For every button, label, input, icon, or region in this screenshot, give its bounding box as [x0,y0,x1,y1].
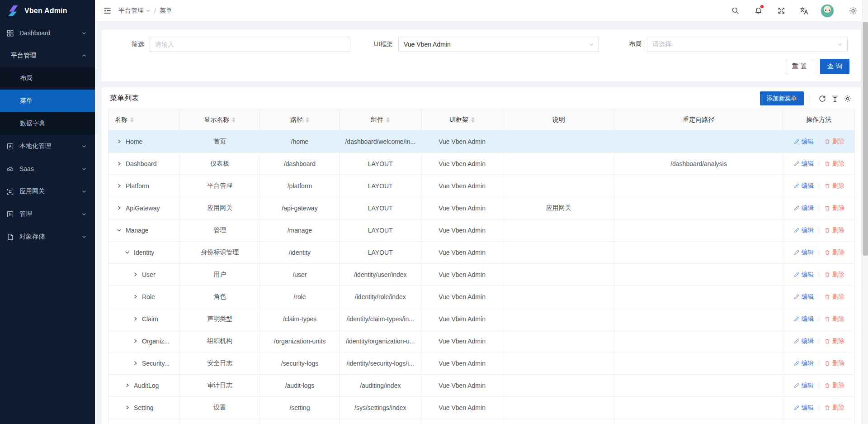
delete-button[interactable]: 删除 [824,248,844,257]
sidebar-item-api-gateway[interactable]: 应用网关 [0,180,95,203]
cell-name: ApiGateway [126,205,160,212]
sidebar-item-layout[interactable]: 布局 [0,67,95,90]
sort-icon[interactable] [130,117,134,123]
notification-bell-icon[interactable] [751,4,765,18]
sidebar-item-management[interactable]: 管理 [0,203,95,225]
cell-name: Role [142,293,155,300]
menu-table: 名称 显示名称 路径 组件 UI框架 说明 重定向路径 操作方法 Home 首页… [108,109,855,424]
delete-button[interactable]: 删除 [824,138,844,146]
tree-expand-icon[interactable] [117,205,122,211]
sidebar-item-platform-management[interactable]: 平台管理 [0,44,95,67]
cell-ui-framework: Vue Vben Admin [421,153,503,175]
edit-button[interactable]: 编辑 [793,315,814,323]
sort-icon[interactable] [471,117,475,123]
table-row: Manage 管理 /manage LAYOUT Vue Vben Admin … [108,219,855,242]
search-button[interactable]: 查询 [820,59,849,74]
breadcrumb-parent[interactable]: 平台管理 [118,7,151,15]
tree-expand-icon[interactable] [117,139,122,144]
delete-button[interactable]: 删除 [824,359,844,367]
delete-button[interactable]: 删除 [824,226,844,234]
edit-button[interactable]: 编辑 [793,204,814,212]
sort-icon[interactable] [232,117,236,123]
edit-button[interactable]: 编辑 [793,381,814,390]
column-settings-gear-icon[interactable] [841,93,854,105]
cell-name: AuditLog [134,382,159,389]
tree-expand-icon[interactable] [125,405,130,410]
edit-button[interactable]: 编辑 [793,293,814,301]
sort-icon[interactable] [306,117,309,123]
layout-select[interactable]: 请选择 [647,37,848,52]
delete-button[interactable]: 删除 [824,315,844,323]
reset-button[interactable]: 重置 [785,59,814,74]
delete-button[interactable]: 删除 [824,204,844,212]
delete-button[interactable]: 删除 [824,271,844,279]
filter-keyword-field [150,37,350,52]
delete-button[interactable]: 删除 [824,182,844,190]
delete-button[interactable]: 删除 [824,293,844,301]
column-header-component[interactable]: 组件 [340,109,421,131]
delete-button[interactable]: 删除 [824,337,844,345]
chevron-down-icon [81,211,87,217]
cell-ui-framework: Vue Vben Admin [421,353,503,375]
edit-button[interactable]: 编辑 [793,160,814,168]
edit-button[interactable]: 编辑 [793,138,814,146]
cell-description [503,153,614,175]
cell-description [503,175,614,197]
pencil-icon [793,272,800,278]
add-menu-button[interactable]: 添加新菜单 [760,91,804,105]
tree-expand-icon[interactable] [133,361,138,366]
cell-component: /identity/claim-types/in... [340,308,421,330]
page-scrollbar-thumb[interactable] [863,22,868,256]
tree-expand-icon[interactable] [133,294,138,300]
tree-expand-icon[interactable] [125,250,130,255]
action-divider [819,227,819,233]
tree-expand-icon[interactable] [133,338,138,344]
translate-icon[interactable] [797,4,811,18]
sidebar-item-saas[interactable]: Saas [0,157,95,180]
delete-button[interactable]: 删除 [824,404,844,412]
refresh-icon[interactable] [816,93,829,105]
search-icon[interactable] [728,4,742,18]
tree-expand-icon[interactable] [125,383,130,388]
edit-button[interactable]: 编辑 [793,359,814,367]
delete-button[interactable]: 删除 [824,381,844,390]
menu-fold-icon[interactable] [100,4,114,18]
sidebar-menu: Dashboard 平台管理 布局 菜单 数据字典 本地化管理 [0,22,95,248]
action-divider [819,249,819,256]
delete-button[interactable]: 删除 [824,160,844,168]
ui-framework-select[interactable]: Vue Vben Admin [398,37,599,52]
tree-expand-icon[interactable] [117,183,122,189]
edit-button[interactable]: 编辑 [793,337,814,345]
pencil-icon [793,161,800,167]
cell-component: /identity/role/index [340,286,421,308]
app-logo[interactable]: Vben Admin [0,0,95,22]
sidebar-item-data-dictionary[interactable]: 数据字典 [0,112,95,135]
edit-button[interactable]: 编辑 [793,404,814,412]
tree-expand-icon[interactable] [133,272,138,277]
fullscreen-icon[interactable] [774,4,788,18]
edit-button[interactable]: 编辑 [793,226,814,234]
sidebar-item-localization[interactable]: 本地化管理 [0,135,95,157]
settings-gear-icon[interactable] [846,4,860,18]
column-header-name[interactable]: 名称 [108,109,180,131]
cell-name: Organiz... [142,338,170,345]
tree-expand-icon[interactable] [133,316,138,322]
sidebar-item-dashboard[interactable]: Dashboard [0,22,95,44]
row-height-icon[interactable] [829,93,841,105]
edit-button[interactable]: 编辑 [793,248,814,257]
sort-icon[interactable] [386,117,390,123]
column-header-path[interactable]: 路径 [260,109,340,131]
filter-keyword-input[interactable] [155,41,345,48]
column-header-ui-framework[interactable]: UI框架 [421,109,503,131]
edit-button[interactable]: 编辑 [793,271,814,279]
cell-display-name: 平台管理 [180,175,260,197]
sidebar-item-menu[interactable]: 菜单 [0,90,95,112]
column-header-display-name[interactable]: 显示名称 [180,109,260,131]
avatar[interactable] [821,4,834,18]
page-scrollbar-track[interactable] [862,0,868,424]
filter-label: 筛选 [115,40,144,48]
sidebar-item-object-storage[interactable]: 对象存储 [0,225,95,248]
tree-expand-icon[interactable] [117,161,122,167]
edit-button[interactable]: 编辑 [793,182,814,190]
tree-expand-icon[interactable] [117,228,122,233]
